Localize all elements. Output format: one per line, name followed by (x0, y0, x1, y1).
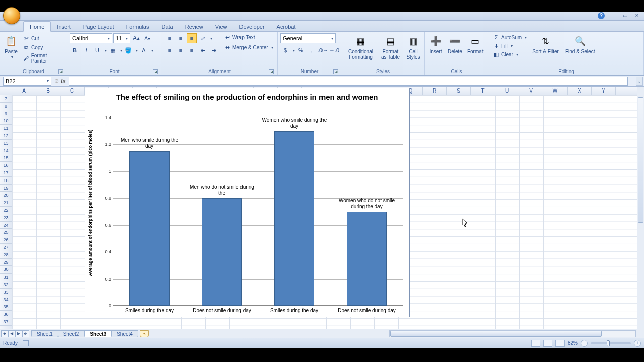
row-header-27[interactable]: 27 (0, 244, 12, 251)
delete-cells-button[interactable]: ➖Delete (446, 33, 464, 55)
col-header-S[interactable]: S (447, 87, 471, 95)
page-break-view-button[interactable] (555, 340, 565, 347)
row-header-26[interactable]: 26 (0, 236, 12, 244)
row-header-35[interactable]: 35 (0, 303, 12, 311)
row-header-24[interactable]: 24 (0, 222, 12, 229)
tab-nav-last[interactable]: ⏭ (22, 330, 29, 337)
col-header-C[interactable]: C (60, 87, 85, 95)
close-button[interactable]: ✕ (633, 12, 641, 19)
format-painter-button[interactable]: 🖌Format Painter (22, 52, 64, 64)
macro-record-icon[interactable] (23, 340, 29, 346)
zoom-slider-thumb[interactable] (607, 340, 610, 346)
font-size-select[interactable]: 11▾ (113, 33, 130, 43)
fx-icon[interactable]: fx (61, 78, 66, 84)
row-header-12[interactable]: 12 (0, 132, 12, 140)
row-header-19[interactable]: 19 (0, 185, 12, 192)
zoom-out-button[interactable]: − (581, 340, 588, 347)
formula-input[interactable] (69, 77, 628, 86)
format-cells-button[interactable]: ▭Format (466, 33, 485, 55)
align-top-button[interactable]: ≡ (165, 33, 175, 43)
merge-center-button[interactable]: ⬌Merge & Center▾ (223, 43, 274, 51)
fill-color-button[interactable]: 🪣 (123, 45, 133, 55)
wrap-text-button[interactable]: ↩Wrap Text (223, 33, 274, 41)
zoom-slider[interactable] (591, 342, 631, 344)
office-button[interactable] (3, 7, 20, 24)
col-header-W[interactable]: W (543, 87, 568, 95)
sheet-tab-sheet2[interactable]: Sheet2 (58, 330, 85, 337)
row-header-25[interactable]: 25 (0, 229, 12, 236)
tab-developer[interactable]: Developer (233, 22, 270, 31)
new-sheet-button[interactable]: ✶ (140, 330, 149, 337)
row-header-21[interactable]: 21 (0, 199, 12, 207)
zoom-level[interactable]: 82% (568, 340, 578, 346)
col-header-U[interactable]: U (495, 87, 519, 95)
row-header-30[interactable]: 30 (0, 266, 12, 274)
clear-button[interactable]: ◧Clear▾ (492, 50, 528, 58)
normal-view-button[interactable] (531, 340, 540, 347)
row-header-17[interactable]: 17 (0, 169, 12, 177)
bar-0[interactable] (129, 151, 170, 306)
zoom-in-button[interactable]: + (634, 340, 641, 347)
sheet-tab-sheet1[interactable]: Sheet1 (31, 330, 58, 337)
row-header-32[interactable]: 32 (0, 281, 12, 289)
expand-formula-bar[interactable]: ⌄ (636, 77, 643, 86)
row-header-11[interactable]: 11 (0, 125, 12, 132)
font-dialog-launcher[interactable]: ◢ (153, 69, 158, 74)
row-header-18[interactable]: 18 (0, 177, 12, 185)
italic-button[interactable]: I (81, 45, 91, 55)
align-right-button[interactable]: ≡ (187, 45, 197, 55)
row-header-29[interactable]: 29 (0, 259, 12, 266)
vscroll-thumb[interactable] (638, 97, 643, 223)
sheet-tab-sheet3[interactable]: Sheet3 (84, 330, 112, 337)
align-middle-button[interactable]: ≡ (176, 33, 186, 43)
col-header-B[interactable]: B (36, 87, 60, 95)
maximize-button[interactable]: ▭ (621, 12, 629, 19)
row-header-8[interactable]: 8 (0, 103, 12, 110)
cell-styles-button[interactable]: ▥Cell Styles (405, 33, 422, 61)
row-header-20[interactable]: 20 (0, 192, 12, 199)
tab-data[interactable]: Data (155, 22, 179, 31)
col-header-A[interactable]: A (12, 87, 36, 95)
find-select-button[interactable]: 🔍Find & Select (564, 33, 596, 55)
tab-nav-prev[interactable]: ◀ (8, 330, 15, 337)
number-dialog-launcher[interactable]: ◢ (333, 69, 338, 74)
font-color-button[interactable]: A (139, 45, 149, 55)
minimize-button[interactable]: — (609, 12, 617, 19)
row-header-34[interactable]: 34 (0, 296, 12, 304)
alignment-dialog-launcher[interactable]: ◢ (269, 69, 274, 74)
copy-button[interactable]: ⧉Copy (22, 43, 64, 51)
col-header-R[interactable]: R (423, 87, 447, 95)
autosum-button[interactable]: ΣAutoSum▾ (492, 33, 528, 41)
row-header-10[interactable]: 10 (0, 117, 12, 125)
sheet-tab-sheet4[interactable]: Sheet4 (111, 330, 138, 337)
row-header-37[interactable]: 37 (0, 318, 12, 326)
embedded-chart[interactable]: The effect of smiling on the production … (85, 88, 410, 317)
tab-review[interactable]: Review (179, 22, 209, 31)
increase-indent-button[interactable]: ⇥ (209, 45, 219, 55)
align-left-button[interactable]: ≡ (165, 45, 175, 55)
row-header-14[interactable]: 14 (0, 147, 12, 155)
orientation-button[interactable]: ⤢ (198, 33, 208, 43)
select-all-corner[interactable] (0, 87, 12, 95)
fx-cancel-icon[interactable]: ⊘ (54, 78, 59, 84)
tab-nav-next[interactable]: ▶ (15, 330, 22, 337)
tab-formulas[interactable]: Formulas (120, 22, 155, 31)
row-header-23[interactable]: 23 (0, 214, 12, 222)
align-center-button[interactable]: ≡ (176, 45, 186, 55)
tab-acrobat[interactable]: Acrobat (271, 22, 302, 31)
row-header-22[interactable]: 22 (0, 207, 12, 214)
align-bottom-button[interactable]: ≡ (187, 33, 197, 43)
increase-decimal-button[interactable]: .0→ (318, 45, 328, 55)
col-header-Y[interactable]: Y (592, 87, 616, 95)
fill-button[interactable]: ⬇Fill▾ (492, 42, 528, 50)
hscroll-thumb[interactable] (390, 331, 602, 337)
help-button[interactable]: ? (598, 12, 605, 19)
row-header-28[interactable]: 28 (0, 251, 12, 259)
row-header-15[interactable]: 15 (0, 154, 12, 162)
bar-3[interactable] (347, 212, 387, 306)
insert-cells-button[interactable]: ➕Insert (427, 33, 444, 55)
underline-button[interactable]: U (92, 45, 102, 55)
row-header-33[interactable]: 33 (0, 289, 12, 296)
decrease-indent-button[interactable]: ⇤ (198, 45, 208, 55)
tab-nav-first[interactable]: ⏮ (1, 330, 8, 337)
